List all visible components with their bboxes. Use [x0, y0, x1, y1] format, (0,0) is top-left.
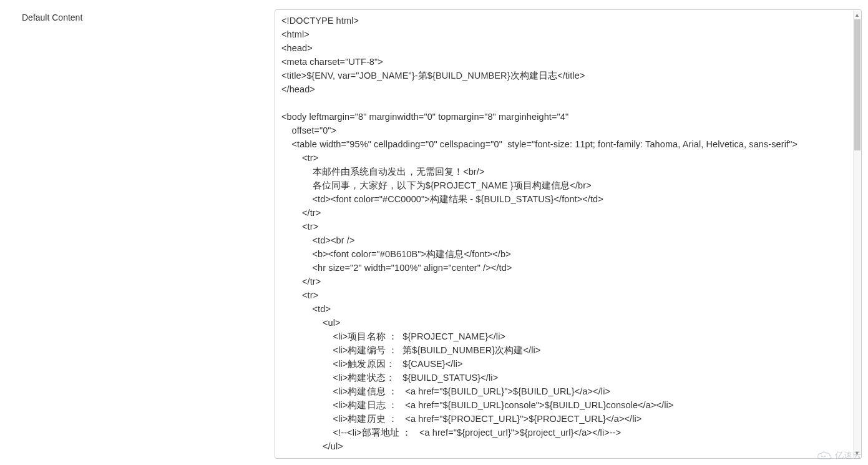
default-content-label: Default Content: [22, 12, 82, 22]
vertical-scrollbar[interactable]: ▲ ▼: [853, 11, 861, 458]
textarea-content[interactable]: <!DOCTYPE html> <html> <head> <meta char…: [275, 10, 852, 458]
default-content-textarea[interactable]: <!DOCTYPE html> <html> <head> <meta char…: [275, 9, 862, 459]
watermark: 亿速云: [816, 450, 862, 461]
scrollbar-thumb[interactable]: [854, 19, 861, 150]
field-label-column: Default Content: [0, 0, 275, 465]
cloud-icon: [816, 450, 832, 461]
field-input-column: <!DOCTYPE html> <html> <head> <meta char…: [275, 0, 868, 465]
scroll-up-arrow-icon[interactable]: ▲: [854, 11, 861, 19]
watermark-text: 亿速云: [835, 450, 862, 461]
form-row: Default Content <!DOCTYPE html> <html> <…: [0, 0, 868, 465]
